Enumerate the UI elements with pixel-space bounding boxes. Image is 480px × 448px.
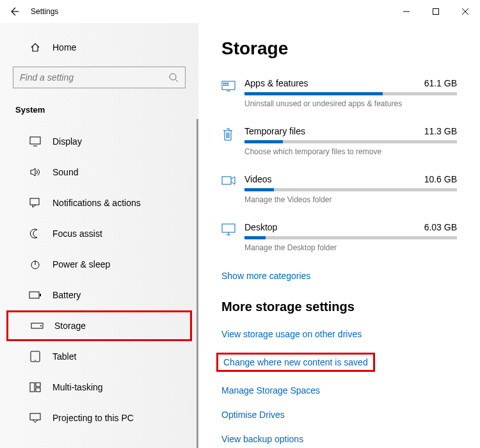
svg-rect-3 <box>30 198 39 205</box>
storage-item-temp[interactable]: Temporary files11.3 GB Choose which temp… <box>221 126 457 156</box>
svg-rect-12 <box>36 383 40 387</box>
sidebar-item-label: Multi-tasking <box>52 382 103 392</box>
sidebar-item-display[interactable]: Display <box>6 126 192 157</box>
sound-icon <box>27 167 44 177</box>
svg-rect-21 <box>227 84 228 86</box>
storage-bar <box>244 140 457 143</box>
multitasking-icon <box>27 382 44 392</box>
home-row[interactable]: Home <box>6 23 192 59</box>
search-input[interactable] <box>20 72 168 83</box>
storage-item-size: 61.1 GB <box>424 78 457 88</box>
svg-rect-18 <box>227 83 228 84</box>
svg-point-10 <box>35 360 36 361</box>
sidebar-item-focus-assist[interactable]: Focus assist <box>6 218 192 249</box>
svg-rect-6 <box>40 294 41 296</box>
storage-item-desktop[interactable]: Desktop6.03 GB Manage the Desktop folder <box>221 222 457 252</box>
storage-bar <box>244 92 457 95</box>
battery-icon <box>27 291 44 299</box>
storage-bar <box>244 236 457 239</box>
storage-item-size: 6.03 GB <box>424 222 457 232</box>
titlebar: Settings <box>0 0 480 23</box>
show-more-link[interactable]: Show more categories <box>221 271 310 281</box>
storage-item-desc: Manage the Desktop folder <box>244 243 457 252</box>
link-change-save-location[interactable]: Change where new content is saved <box>216 353 375 372</box>
sidebar-item-label: Display <box>52 136 82 147</box>
storage-item-size: 11.3 GB <box>424 126 457 136</box>
display-icon <box>27 136 44 147</box>
apps-icon <box>221 78 244 108</box>
svg-rect-20 <box>225 84 227 86</box>
svg-point-8 <box>40 325 42 326</box>
home-icon <box>27 42 44 52</box>
maximize-button[interactable] <box>421 0 451 23</box>
sidebar-item-power-sleep[interactable]: Power & sleep <box>6 249 192 280</box>
svg-rect-5 <box>29 292 39 298</box>
search-icon <box>168 72 179 83</box>
sidebar-item-storage[interactable]: Storage <box>6 310 192 341</box>
page-title: Storage <box>221 38 457 59</box>
svg-rect-13 <box>36 388 40 392</box>
svg-rect-0 <box>433 9 439 15</box>
home-label: Home <box>52 42 76 52</box>
storage-item-videos[interactable]: Videos10.6 GB Manage the Videos folder <box>221 174 457 204</box>
link-optimise-drives[interactable]: Optimise Drives <box>221 410 285 420</box>
svg-rect-19 <box>223 84 225 86</box>
link-storage-spaces[interactable]: Manage Storage Spaces <box>221 385 320 396</box>
sidebar-item-battery[interactable]: Battery <box>6 280 192 310</box>
svg-rect-14 <box>30 413 40 420</box>
close-button[interactable] <box>451 0 480 23</box>
storage-item-apps[interactable]: Apps & features61.1 GB Uninstall unused … <box>221 78 457 108</box>
svg-rect-23 <box>222 224 235 232</box>
storage-item-size: 10.6 GB <box>424 174 457 184</box>
sidebar-item-label: Power & sleep <box>52 259 110 269</box>
main-content: Storage Apps & features61.1 GB Uninstall… <box>198 23 480 448</box>
sidebar-item-label: Tablet <box>52 351 76 362</box>
tablet-icon <box>27 351 44 362</box>
notifications-icon <box>27 198 44 208</box>
sidebar-item-label: Battery <box>52 290 81 300</box>
sidebar-item-label: Sound <box>52 167 78 177</box>
svg-rect-16 <box>223 83 225 84</box>
svg-rect-17 <box>225 83 227 84</box>
sidebar-item-label: Notifications & actions <box>52 198 141 208</box>
sidebar-item-multitasking[interactable]: Multi-tasking <box>6 372 192 403</box>
sidebar-item-label: Focus assist <box>52 228 102 239</box>
storage-item-name: Apps & features <box>244 78 308 88</box>
svg-point-1 <box>170 74 176 80</box>
minimize-button[interactable] <box>392 0 421 23</box>
svg-rect-22 <box>222 177 231 184</box>
sidebar-item-projecting[interactable]: Projecting to this PC <box>6 403 192 433</box>
storage-item-name: Videos <box>244 174 272 184</box>
sidebar-item-sound[interactable]: Sound <box>6 157 192 188</box>
sidebar-item-tablet[interactable]: Tablet <box>6 341 192 372</box>
window-controls <box>392 0 480 23</box>
window-title: Settings <box>28 7 58 16</box>
back-button[interactable] <box>0 0 28 23</box>
sidebar-item-notifications[interactable]: Notifications & actions <box>6 188 192 218</box>
more-settings-title: More storage settings <box>221 300 457 314</box>
storage-item-name: Temporary files <box>244 126 305 136</box>
search-box[interactable] <box>13 67 186 88</box>
storage-bar <box>244 188 457 191</box>
storage-item-desc: Manage the Videos folder <box>244 195 457 204</box>
svg-rect-11 <box>30 383 35 392</box>
projecting-icon <box>27 413 44 423</box>
sidebar-item-label: Storage <box>54 321 86 331</box>
sidebar-group-label: System <box>6 100 192 126</box>
arrow-left-icon <box>9 6 19 17</box>
storage-item-desc: Choose which temporary files to remove <box>244 147 457 156</box>
storage-item-name: Desktop <box>244 222 277 232</box>
power-icon <box>27 259 44 269</box>
link-view-usage[interactable]: View storage usage on other drives <box>221 329 362 339</box>
sidebar-item-label: Projecting to this PC <box>52 413 134 423</box>
video-icon <box>221 174 244 204</box>
svg-rect-2 <box>30 137 40 144</box>
scrollbar[interactable] <box>196 119 198 448</box>
storage-item-desc: Uninstall unused or undesired apps & fea… <box>244 99 457 108</box>
storage-icon <box>29 323 45 329</box>
link-backup-options[interactable]: View backup options <box>221 434 303 444</box>
sidebar: Home System Display Sound Notifications … <box>0 23 198 448</box>
trash-icon <box>221 126 244 156</box>
desktop-icon <box>221 222 244 252</box>
focus-assist-icon <box>27 228 44 239</box>
